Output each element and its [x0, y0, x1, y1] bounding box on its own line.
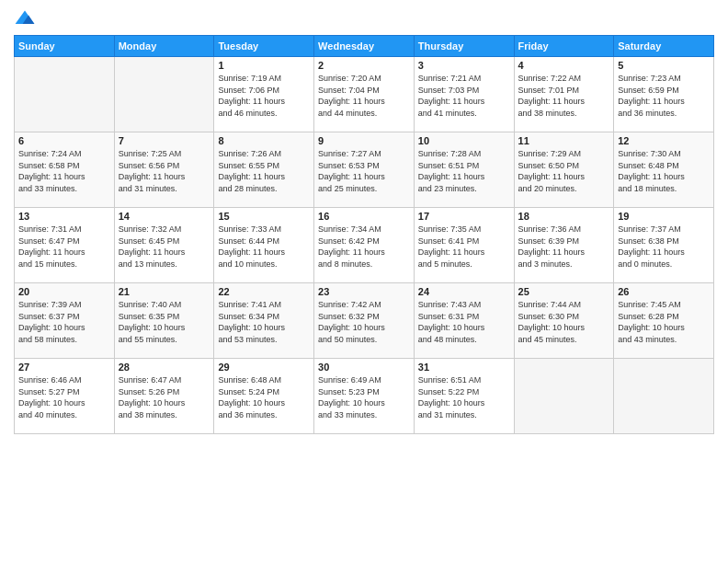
logo-icon [14, 9, 36, 28]
calendar-cell: 21Sunrise: 7:40 AM Sunset: 6:35 PM Dayli… [114, 283, 214, 359]
calendar-cell: 26Sunrise: 7:45 AM Sunset: 6:28 PM Dayli… [614, 283, 714, 359]
calendar-cell: 20Sunrise: 7:39 AM Sunset: 6:37 PM Dayli… [15, 283, 115, 359]
day-info: Sunrise: 6:47 AM Sunset: 5:26 PM Dayligh… [119, 374, 210, 420]
day-info: Sunrise: 7:43 AM Sunset: 6:31 PM Dayligh… [418, 299, 510, 345]
col-header-sunday: Sunday [15, 36, 115, 57]
day-number: 3 [418, 60, 510, 71]
page: SundayMondayTuesdayWednesdayThursdayFrid… [0, 0, 728, 563]
day-number: 28 [119, 362, 210, 373]
calendar-cell: 5Sunrise: 7:23 AM Sunset: 6:59 PM Daylig… [614, 57, 714, 132]
calendar-cell: 19Sunrise: 7:37 AM Sunset: 6:38 PM Dayli… [614, 208, 714, 283]
day-info: Sunrise: 7:19 AM Sunset: 7:06 PM Dayligh… [218, 73, 310, 119]
day-info: Sunrise: 7:23 AM Sunset: 6:59 PM Dayligh… [618, 73, 710, 119]
calendar-cell: 16Sunrise: 7:34 AM Sunset: 6:42 PM Dayli… [314, 208, 415, 283]
day-info: Sunrise: 7:34 AM Sunset: 6:42 PM Dayligh… [318, 224, 410, 270]
calendar-cell: 13Sunrise: 7:31 AM Sunset: 6:47 PM Dayli… [15, 208, 115, 283]
calendar-cell: 14Sunrise: 7:32 AM Sunset: 6:45 PM Dayli… [114, 208, 214, 283]
day-number: 29 [218, 362, 310, 373]
col-header-tuesday: Tuesday [214, 36, 314, 57]
day-number: 27 [18, 362, 110, 373]
header [14, 9, 714, 28]
col-header-friday: Friday [514, 36, 614, 57]
calendar-cell [614, 359, 714, 434]
calendar-cell: 2Sunrise: 7:20 AM Sunset: 7:04 PM Daylig… [314, 57, 415, 132]
calendar-cell: 23Sunrise: 7:42 AM Sunset: 6:32 PM Dayli… [314, 283, 415, 359]
calendar-cell: 30Sunrise: 6:49 AM Sunset: 5:23 PM Dayli… [314, 359, 415, 434]
calendar-cell: 22Sunrise: 7:41 AM Sunset: 6:34 PM Dayli… [214, 283, 314, 359]
day-info: Sunrise: 7:44 AM Sunset: 6:30 PM Dayligh… [518, 299, 610, 345]
day-number: 26 [618, 286, 710, 297]
calendar: SundayMondayTuesdayWednesdayThursdayFrid… [14, 35, 714, 434]
day-number: 30 [318, 362, 410, 373]
day-number: 31 [418, 362, 510, 373]
day-number: 5 [618, 60, 710, 71]
col-header-wednesday: Wednesday [314, 36, 415, 57]
day-info: Sunrise: 7:36 AM Sunset: 6:39 PM Dayligh… [518, 224, 610, 270]
day-info: Sunrise: 7:24 AM Sunset: 6:58 PM Dayligh… [18, 148, 110, 194]
calendar-cell: 24Sunrise: 7:43 AM Sunset: 6:31 PM Dayli… [414, 283, 514, 359]
day-info: Sunrise: 6:46 AM Sunset: 5:27 PM Dayligh… [18, 374, 110, 420]
calendar-cell: 12Sunrise: 7:30 AM Sunset: 6:48 PM Dayli… [614, 132, 714, 208]
day-number: 9 [318, 135, 410, 146]
day-number: 20 [18, 286, 110, 297]
day-number: 4 [518, 60, 610, 71]
day-number: 7 [119, 135, 210, 146]
calendar-cell: 28Sunrise: 6:47 AM Sunset: 5:26 PM Dayli… [114, 359, 214, 434]
day-number: 16 [318, 211, 410, 222]
calendar-cell: 7Sunrise: 7:25 AM Sunset: 6:56 PM Daylig… [114, 132, 214, 208]
day-info: Sunrise: 7:37 AM Sunset: 6:38 PM Dayligh… [618, 224, 710, 270]
calendar-cell: 15Sunrise: 7:33 AM Sunset: 6:44 PM Dayli… [214, 208, 314, 283]
day-number: 21 [119, 286, 210, 297]
calendar-cell: 4Sunrise: 7:22 AM Sunset: 7:01 PM Daylig… [514, 57, 614, 132]
col-header-thursday: Thursday [414, 36, 514, 57]
day-info: Sunrise: 7:29 AM Sunset: 6:50 PM Dayligh… [518, 148, 610, 194]
calendar-cell: 8Sunrise: 7:26 AM Sunset: 6:55 PM Daylig… [214, 132, 314, 208]
calendar-week-2: 13Sunrise: 7:31 AM Sunset: 6:47 PM Dayli… [15, 208, 714, 283]
day-number: 19 [618, 211, 710, 222]
day-info: Sunrise: 7:45 AM Sunset: 6:28 PM Dayligh… [618, 299, 710, 345]
day-info: Sunrise: 7:42 AM Sunset: 6:32 PM Dayligh… [318, 299, 410, 345]
day-number: 8 [218, 135, 310, 146]
day-number: 1 [218, 60, 310, 71]
day-info: Sunrise: 7:39 AM Sunset: 6:37 PM Dayligh… [18, 299, 110, 345]
day-number: 23 [318, 286, 410, 297]
day-number: 2 [318, 60, 410, 71]
day-info: Sunrise: 7:27 AM Sunset: 6:53 PM Dayligh… [318, 148, 410, 194]
calendar-cell [514, 359, 614, 434]
day-number: 6 [18, 135, 110, 146]
day-info: Sunrise: 6:49 AM Sunset: 5:23 PM Dayligh… [318, 374, 410, 420]
day-number: 18 [518, 211, 610, 222]
day-info: Sunrise: 7:31 AM Sunset: 6:47 PM Dayligh… [18, 224, 110, 270]
day-number: 17 [418, 211, 510, 222]
day-number: 10 [418, 135, 510, 146]
day-number: 25 [518, 286, 610, 297]
calendar-cell: 31Sunrise: 6:51 AM Sunset: 5:22 PM Dayli… [414, 359, 514, 434]
col-header-saturday: Saturday [614, 36, 714, 57]
day-number: 12 [618, 135, 710, 146]
day-info: Sunrise: 7:40 AM Sunset: 6:35 PM Dayligh… [119, 299, 210, 345]
day-number: 15 [218, 211, 310, 222]
day-number: 13 [18, 211, 110, 222]
logo [14, 9, 40, 28]
day-info: Sunrise: 7:20 AM Sunset: 7:04 PM Dayligh… [318, 73, 410, 119]
day-info: Sunrise: 7:21 AM Sunset: 7:03 PM Dayligh… [418, 73, 510, 119]
day-info: Sunrise: 7:30 AM Sunset: 6:48 PM Dayligh… [618, 148, 710, 194]
col-header-monday: Monday [114, 36, 214, 57]
calendar-cell: 27Sunrise: 6:46 AM Sunset: 5:27 PM Dayli… [15, 359, 115, 434]
day-info: Sunrise: 7:22 AM Sunset: 7:01 PM Dayligh… [518, 73, 610, 119]
calendar-week-0: 1Sunrise: 7:19 AM Sunset: 7:06 PM Daylig… [15, 57, 714, 132]
calendar-cell: 11Sunrise: 7:29 AM Sunset: 6:50 PM Dayli… [514, 132, 614, 208]
calendar-cell: 10Sunrise: 7:28 AM Sunset: 6:51 PM Dayli… [414, 132, 514, 208]
day-number: 14 [119, 211, 210, 222]
calendar-cell: 17Sunrise: 7:35 AM Sunset: 6:41 PM Dayli… [414, 208, 514, 283]
day-info: Sunrise: 7:41 AM Sunset: 6:34 PM Dayligh… [218, 299, 310, 345]
calendar-cell: 6Sunrise: 7:24 AM Sunset: 6:58 PM Daylig… [15, 132, 115, 208]
calendar-cell: 18Sunrise: 7:36 AM Sunset: 6:39 PM Dayli… [514, 208, 614, 283]
day-info: Sunrise: 6:51 AM Sunset: 5:22 PM Dayligh… [418, 374, 510, 420]
calendar-cell: 25Sunrise: 7:44 AM Sunset: 6:30 PM Dayli… [514, 283, 614, 359]
calendar-week-1: 6Sunrise: 7:24 AM Sunset: 6:58 PM Daylig… [15, 132, 714, 208]
calendar-cell: 9Sunrise: 7:27 AM Sunset: 6:53 PM Daylig… [314, 132, 415, 208]
day-info: Sunrise: 7:33 AM Sunset: 6:44 PM Dayligh… [218, 224, 310, 270]
day-info: Sunrise: 7:25 AM Sunset: 6:56 PM Dayligh… [119, 148, 210, 194]
calendar-week-4: 27Sunrise: 6:46 AM Sunset: 5:27 PM Dayli… [15, 359, 714, 434]
